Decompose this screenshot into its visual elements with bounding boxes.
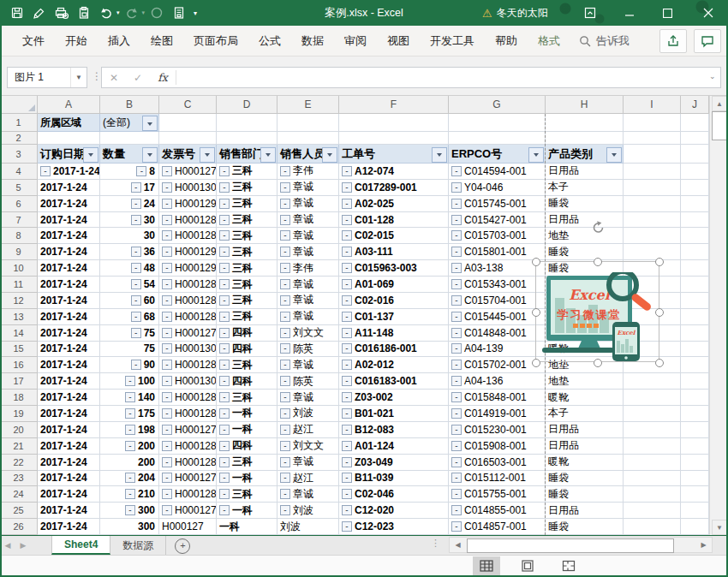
erpco-cell[interactable]: -C014848-001 [449, 325, 546, 342]
qty-cell[interactable]: -54 [100, 277, 159, 293]
order-date-cell[interactable]: 2017-1-24 [38, 406, 100, 422]
workorder-cell[interactable]: -C015963-003 [339, 260, 449, 277]
cell-empty[interactable] [624, 132, 681, 145]
cell-empty[interactable] [624, 373, 681, 390]
salesperson-cell[interactable]: -刘文文 [277, 325, 339, 342]
qty-cell[interactable]: -198 [100, 422, 159, 438]
invoice-cell[interactable]: -H000128 [159, 293, 217, 309]
order-date-cell[interactable]: 2017-1-24 [38, 260, 100, 277]
dept-cell[interactable]: -三科 [217, 196, 277, 212]
workorder-cell[interactable]: -C01-137 [339, 309, 449, 325]
row-header-21[interactable]: 21 [0, 438, 38, 455]
collapse-box-icon[interactable]: - [219, 457, 230, 467]
collapse-box-icon[interactable]: - [219, 392, 230, 402]
qty-cell[interactable]: -30 [100, 212, 159, 229]
erpco-cell[interactable]: -C016503-001 [449, 455, 546, 471]
erpco-cell[interactable]: -C014594-001 [449, 164, 546, 180]
collapse-box-icon[interactable]: - [342, 166, 352, 176]
collapse-box-icon[interactable]: - [131, 328, 141, 338]
collapse-box-icon[interactable]: - [451, 425, 462, 435]
collapse-box-icon[interactable]: - [280, 505, 290, 515]
collapse-box-icon[interactable]: - [280, 489, 290, 499]
invoice-cell[interactable]: -H000130 [159, 180, 217, 196]
quick-print-icon[interactable] [51, 3, 72, 23]
collapse-box-icon[interactable]: - [280, 230, 290, 241]
collapse-box-icon[interactable]: - [342, 279, 352, 289]
salesperson-cell[interactable]: -章诚 [277, 212, 339, 229]
column-filter-icon[interactable] [528, 147, 544, 163]
collapse-box-icon[interactable]: - [131, 312, 141, 322]
cell-empty[interactable] [681, 406, 709, 422]
erpco-cell[interactable]: -C015704-001 [449, 293, 546, 309]
cell-empty[interactable] [681, 196, 709, 212]
qty-cell[interactable]: -48 [100, 260, 159, 277]
collapse-box-icon[interactable]: - [451, 166, 462, 176]
collapse-box-icon[interactable]: - [125, 489, 135, 499]
name-box[interactable]: 图片 1 ▼ [7, 67, 87, 88]
erpco-cell[interactable]: -C014919-001 [449, 406, 546, 422]
formula-bar-expand-icon[interactable]: ⌄ [709, 72, 716, 80]
row-header-11[interactable]: 11 [0, 277, 38, 293]
erpco-cell[interactable]: -C015427-001 [449, 212, 546, 229]
qty-cell[interactable]: 200 [100, 455, 159, 471]
column-header-C[interactable]: C [159, 96, 217, 114]
row-header-26[interactable]: 26 [0, 519, 38, 535]
cell-empty[interactable] [624, 422, 681, 438]
salesperson-cell[interactable]: -陈英 [277, 342, 339, 358]
invoice-cell[interactable]: -H000129 [159, 260, 217, 277]
filter-label-cell[interactable]: 所属区域 [38, 114, 100, 132]
collapse-box-icon[interactable]: - [219, 328, 230, 338]
column-header-E[interactable]: E [277, 96, 339, 114]
collapse-box-icon[interactable]: - [280, 441, 290, 451]
row-header-14[interactable]: 14 [0, 325, 38, 342]
qty-cell[interactable]: -300 [100, 503, 159, 519]
maximize-icon[interactable] [653, 0, 682, 26]
erpco-cell[interactable]: -C015908-001 [449, 438, 546, 455]
collapse-box-icon[interactable]: - [162, 247, 172, 257]
collapse-box-icon[interactable]: - [451, 295, 462, 306]
qty-cell[interactable]: -210 [100, 486, 159, 503]
row-header-24[interactable]: 24 [0, 486, 38, 503]
invoice-cell[interactable]: -H000128 [159, 228, 217, 244]
cell-empty[interactable] [681, 277, 709, 293]
collapse-box-icon[interactable]: - [342, 360, 352, 370]
cell-empty[interactable] [100, 132, 159, 145]
order-date-cell[interactable]: 2017-1-24 [38, 325, 100, 342]
dept-cell[interactable]: -四科 [217, 325, 277, 342]
workorder-cell[interactable]: -A02-012 [339, 357, 449, 373]
tabstrip-resize-handle[interactable]: ⋮ [431, 538, 440, 549]
cell-empty[interactable] [681, 180, 709, 196]
collapse-box-icon[interactable]: - [219, 376, 230, 386]
collapse-box-icon[interactable]: - [162, 441, 172, 451]
page-layout-view-icon[interactable] [514, 556, 541, 575]
collapse-box-icon[interactable]: - [162, 166, 172, 176]
row-header-19[interactable]: 19 [0, 406, 38, 422]
workorder-cell[interactable]: -B11-039 [339, 471, 449, 487]
dept-cell[interactable]: 一科 [217, 519, 277, 535]
save-icon[interactable] [7, 3, 27, 23]
invoice-cell[interactable]: -H000127 [159, 422, 217, 438]
qty-cell[interactable]: -36 [100, 244, 159, 260]
column-header-D[interactable]: D [217, 96, 277, 114]
collapse-box-icon[interactable]: - [219, 473, 230, 483]
order-date-cell[interactable]: 2017-1-24 [38, 455, 100, 471]
collapse-box-icon[interactable]: - [280, 199, 290, 209]
erpco-cell[interactable]: -C015343-001 [449, 277, 546, 293]
order-date-cell[interactable]: 2017-1-24 [38, 196, 100, 212]
qty-cell[interactable]: -75 [100, 325, 159, 342]
collapse-box-icon[interactable]: - [451, 182, 462, 193]
collapse-box-icon[interactable]: - [131, 182, 141, 193]
erpco-cell[interactable]: -A04-139 [449, 342, 546, 358]
cell-empty[interactable] [546, 132, 624, 145]
cell-empty[interactable] [449, 114, 546, 132]
collapse-box-icon[interactable]: - [342, 457, 352, 467]
ribbon-tab-11[interactable]: 帮助 [485, 26, 528, 57]
dept-cell[interactable]: -三科 [217, 357, 277, 373]
cell-empty[interactable] [624, 244, 681, 260]
collapse-box-icon[interactable]: - [125, 408, 135, 419]
workorder-cell[interactable]: -C017289-001 [339, 180, 449, 196]
cell-empty[interactable] [681, 503, 709, 519]
row-header-8[interactable]: 8 [0, 228, 38, 244]
cell-empty[interactable] [681, 293, 709, 309]
selection-handle[interactable] [532, 359, 540, 367]
